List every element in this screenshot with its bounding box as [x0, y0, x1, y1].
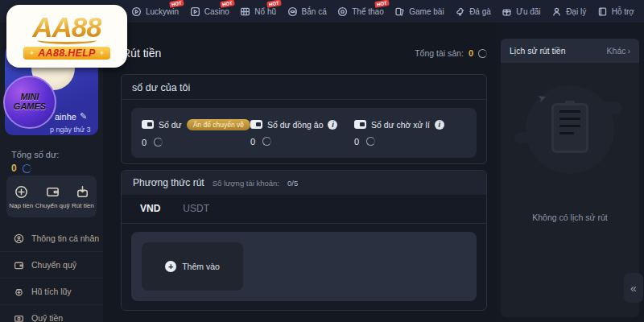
deposit-button[interactable]: Nạp tiền [9, 184, 33, 209]
refresh-icon[interactable] [478, 49, 487, 58]
sidebar-item-label: Thông tin cá nhân [31, 233, 99, 243]
quick-action-label: Chuyển quỹ [35, 202, 70, 209]
total-assets-label: Tổng tài sản: [415, 48, 464, 58]
play-square-icon [190, 6, 200, 17]
sidebar-item-money-fund[interactable]: Quỹ tiền [0, 305, 103, 322]
brand-logo[interactable]: AA88 ✦ AA88.HELP ✦ [6, 5, 127, 68]
withdraw-icon [75, 184, 90, 200]
nav-label: Đại lý [566, 7, 586, 16]
balance-pending: Số dư chờ xử lí i 0 [354, 120, 466, 147]
username: ainhe [55, 112, 76, 122]
balance-value: 0 [250, 137, 255, 147]
sidebar-menu: Thông tin cá nhân Chuyển quỹ Hũ tích lũy… [0, 225, 103, 322]
brand-domain: AA88.HELP [38, 47, 95, 59]
gift-box-icon [502, 6, 512, 17]
withdraw-method-title: Phương thức rút [133, 177, 204, 188]
hot-badge: HOT [169, 0, 184, 7]
add-account-card[interactable]: + Thêm vào [142, 242, 243, 291]
total-balance-label: Tổng số dư: [11, 150, 59, 159]
refresh-icon[interactable] [262, 137, 271, 146]
sidebar-item-jackpot[interactable]: Hũ tích lũy [0, 279, 103, 305]
nav-item-game-bai[interactable]: Game bài [394, 6, 444, 17]
sidebar-item-personal-info[interactable]: Thông tin cá nhân [0, 225, 103, 252]
person-circle-icon [14, 233, 24, 244]
nav-label: Casino [204, 7, 229, 16]
more-label: Khác [607, 46, 626, 56]
account-count-label: Số lượng tài khoản: [213, 179, 279, 188]
quick-action-label: Nạp tiền [9, 202, 33, 209]
nav-item-no-hu[interactable]: Nổ hũ HOT [240, 6, 276, 17]
balance-virtual: Số dư đồng ảo i 0 [250, 120, 354, 147]
tab-usdt[interactable]: USDT [183, 203, 209, 223]
info-icon[interactable]: i [435, 120, 444, 130]
collapse-panel-button[interactable]: « [624, 273, 643, 303]
balance-value: 0 [142, 138, 147, 147]
person-icon [551, 6, 562, 17]
banknote-icon [14, 313, 24, 322]
refresh-icon[interactable] [366, 137, 375, 146]
nav-item-ho-tro[interactable]: Hỗ trợ [597, 6, 634, 17]
wallet-icon [354, 120, 366, 129]
nav-item-da-ga[interactable]: Đá gà [455, 6, 491, 17]
refresh-icon[interactable] [23, 164, 31, 173]
nav-item-casino[interactable]: Casino HOT [190, 6, 229, 17]
book-icon [597, 6, 608, 17]
wallet-icon [250, 120, 262, 129]
tab-vnd[interactable]: VND [140, 203, 160, 223]
quick-actions: Nạp tiền Chuyển quỹ Rút tiền [6, 175, 97, 217]
info-icon[interactable]: i [328, 120, 337, 130]
clipboard-line [559, 118, 580, 120]
hot-badge: HOT [266, 0, 282, 7]
history-title: Lịch sử rút tiền [510, 46, 565, 56]
nav-label: Ưu đãi [516, 7, 540, 16]
wallet-icon [14, 260, 24, 270]
mini-games-badge[interactable]: MINI GAMES [3, 76, 56, 129]
nav-label: Bắn cá [302, 7, 327, 16]
deposit-day-text: p ngày thứ 3 [50, 126, 91, 134]
add-account-label: Thêm vào [182, 262, 220, 271]
nav-item-uu-dai[interactable]: Ưu đãi [502, 6, 540, 17]
sidebar-item-label: Hũ tích lũy [31, 287, 72, 296]
balance-label: Số dư [159, 120, 182, 130]
balance-label: Số dư đồng ảo [267, 120, 324, 130]
jackpot-pot-icon [14, 287, 24, 297]
nav-label: Thể thao [352, 7, 383, 16]
balance-label: Số dư chờ xử lí [371, 120, 430, 130]
soccer-ball-icon [337, 6, 348, 17]
rooster-icon [455, 6, 465, 17]
wallet-icon [45, 184, 60, 200]
nav-item-ban-ca[interactable]: Bắn cá [287, 6, 327, 17]
nav-item-luckywin[interactable]: Luckywin HOT [131, 6, 179, 17]
play-circle-icon [131, 6, 142, 17]
my-balance-panel: số dư của tôi Số dư Ấn để chuyển về 0 Số… [121, 74, 487, 164]
transfer-button[interactable]: Chuyển quỹ [35, 184, 70, 209]
coin-icon [14, 184, 29, 200]
hot-badge: HOT [374, 0, 390, 7]
sidebar-item-transfer-funds[interactable]: Chuyển quỹ [0, 252, 103, 279]
page-title: Rút tiền [122, 47, 161, 60]
logo-arc-decoration [37, 36, 97, 44]
cards-icon [394, 6, 405, 17]
nav-item-the-thao[interactable]: Thể thao HOT [337, 6, 383, 17]
chevron-right-icon: › [628, 46, 631, 56]
nav-item-dai-ly[interactable]: Đại lý [551, 6, 586, 17]
wallet-icon [142, 120, 154, 129]
history-more-link[interactable]: Khác › [607, 46, 630, 56]
blob-decoration [598, 101, 622, 114]
balance-value: 0 [354, 137, 359, 147]
diamond-icon: ✦ [29, 49, 35, 57]
withdraw-page: Luckywin HOT Casino HOT Nổ hũ HOT Bắn cá… [0, 0, 644, 322]
withdraw-button[interactable]: Rút tiền [72, 184, 94, 209]
transfer-back-pill[interactable]: Ấn để chuyển về [187, 119, 250, 130]
refresh-icon[interactable] [154, 138, 163, 147]
balance-main: Số dư Ấn để chuyển về 0 [142, 119, 250, 147]
withdraw-history-panel: Lịch sử rút tiền Khác › ➤ Không có lịch … [496, 23, 644, 322]
currency-tabs: VND USDT [122, 195, 486, 224]
history-body: ➤ Không có lịch sử rút [501, 63, 639, 317]
method-list-area: + Thêm vào [131, 232, 477, 301]
brand-ribbon: ✦ AA88.HELP ✦ [23, 47, 111, 60]
total-assets-value: 0 [469, 48, 473, 58]
blob-decoration [514, 132, 535, 143]
nav-label: Luckywin [146, 7, 179, 16]
edit-icon[interactable]: ✎ [80, 111, 87, 122]
